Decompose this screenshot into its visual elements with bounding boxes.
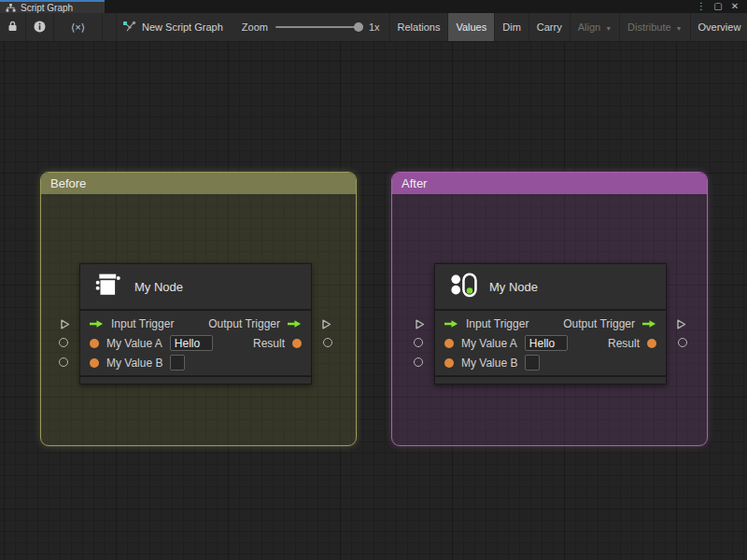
values-button[interactable]: Values [448, 13, 495, 41]
value-input-port[interactable] [90, 358, 99, 368]
graph-name-breadcrumb[interactable]: New Script Graph [116, 13, 233, 41]
chevron-down-icon: ▼ [676, 25, 683, 32]
node-before[interactable]: My Node Input Trigger Output Trigger My … [79, 263, 312, 385]
graph-toolbar: ⟨×⟩ New Script Graph Zoom 1x Relations V… [0, 13, 747, 42]
node-after-header[interactable]: My Node [435, 264, 666, 309]
chevron-down-icon: ▼ [605, 25, 612, 32]
toolbar-right-buttons: Relations Values Dim Carry Align▼ Distri… [389, 13, 747, 41]
flow-input-port[interactable] [444, 315, 458, 332]
script-machine-icon [447, 269, 479, 304]
legacy-unit-icon [92, 269, 124, 304]
external-flow-output[interactable] [675, 317, 687, 334]
external-value-input[interactable] [59, 338, 68, 347]
external-flow-input[interactable] [59, 317, 71, 334]
flow-output-port[interactable] [288, 315, 302, 332]
node-after[interactable]: My Node Input Trigger Output Trigger My … [434, 263, 667, 385]
code-variables-icon: ⟨×⟩ [71, 21, 85, 34]
value-a-field[interactable] [170, 335, 213, 351]
zoom-slider[interactable] [275, 26, 361, 28]
external-value-input[interactable] [414, 338, 423, 347]
window-menu-icon[interactable]: ⋮ [695, 2, 708, 11]
external-value-input[interactable] [414, 357, 423, 367]
graph-name-label: New Script Graph [142, 21, 223, 33]
variables-button[interactable]: ⟨×⟩ [54, 13, 103, 41]
value-a-field[interactable] [525, 335, 568, 351]
external-flow-output[interactable] [320, 317, 332, 334]
value-output-port[interactable] [647, 339, 656, 348]
external-flow-input[interactable] [414, 317, 426, 334]
inspect-button[interactable] [26, 13, 54, 41]
overview-button[interactable]: Overview [691, 13, 747, 41]
align-dropdown[interactable]: Align▼ [571, 13, 620, 41]
node-title: My Node [489, 280, 538, 294]
window-maximize-icon[interactable]: ▢ [712, 2, 725, 11]
external-value-output[interactable] [323, 338, 332, 347]
graph-node-icon [122, 21, 136, 35]
value-b-field[interactable] [170, 355, 185, 371]
group-after-title: After [402, 176, 427, 190]
tab-script-graph[interactable]: Script Graph [0, 0, 105, 13]
zoom-control: Zoom 1x [233, 13, 389, 41]
flow-output-port[interactable] [642, 315, 656, 332]
title-bar: Script Graph ⋮ ▢ ✕ [0, 0, 747, 13]
relations-button[interactable]: Relations [389, 13, 449, 41]
zoom-label: Zoom [242, 21, 268, 33]
lock-icon [7, 21, 18, 34]
node-title: My Node [134, 280, 183, 294]
value-input-port[interactable] [444, 339, 454, 348]
value-b-field[interactable] [525, 355, 540, 371]
group-before-header[interactable]: Before [41, 173, 356, 194]
node-before-header[interactable]: My Node [80, 264, 311, 309]
window-close-icon[interactable]: ✕ [728, 2, 741, 11]
tab-title: Script Graph [21, 3, 73, 13]
external-value-input[interactable] [59, 357, 68, 367]
carry-button[interactable]: Carry [529, 13, 571, 41]
group-after-header[interactable]: After [392, 173, 707, 194]
zoom-value: 1x [369, 21, 380, 33]
group-before-title: Before [50, 176, 86, 190]
info-icon [34, 21, 46, 35]
value-input-port[interactable] [444, 358, 454, 368]
value-input-port[interactable] [90, 339, 99, 348]
distribute-dropdown[interactable]: Distribute▼ [620, 13, 690, 41]
node-footer [435, 375, 666, 384]
external-value-output[interactable] [678, 338, 687, 347]
flow-input-port[interactable] [90, 315, 104, 332]
lock-button[interactable] [0, 13, 26, 41]
dim-button[interactable]: Dim [495, 13, 529, 41]
node-footer [80, 375, 311, 384]
value-output-port[interactable] [292, 339, 302, 348]
zoom-slider-knob[interactable] [354, 22, 363, 32]
graph-canvas[interactable]: Before After My Node Input Trigger Outpu… [0, 42, 747, 560]
